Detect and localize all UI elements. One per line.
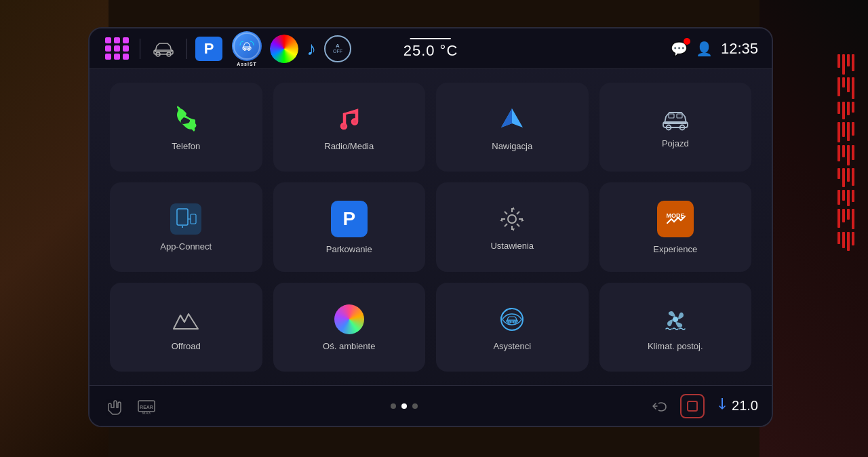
- home-square-button[interactable]: [680, 394, 705, 418]
- divider: [140, 39, 140, 59]
- svg-point-21: [508, 215, 516, 223]
- app-tile-nawigacja[interactable]: Nawigacja: [436, 83, 589, 172]
- top-bar: P AssIST: [90, 28, 772, 69]
- app-connect-label: App-Connect: [160, 241, 212, 252]
- auto-label: A: [336, 43, 340, 49]
- experience-icon: MODE: [657, 201, 694, 237]
- assist-button[interactable]: AssIST: [232, 31, 262, 66]
- nav-svg: [497, 104, 527, 134]
- os-ambiente-icon: [334, 304, 364, 334]
- pojazd-icon: [660, 107, 690, 132]
- auto-off-label: OFF: [333, 49, 342, 54]
- climate-svg: [660, 304, 690, 334]
- parkowanie-icon: P: [331, 201, 368, 237]
- ambient-wheel-icon: [334, 304, 364, 334]
- app-tile-radio-media[interactable]: Radio/Media: [273, 83, 426, 172]
- svg-point-32: [501, 309, 523, 330]
- svg-point-4: [244, 48, 246, 50]
- temp-value: 25.0 °C: [403, 42, 458, 59]
- back-arrow-icon[interactable]: [650, 399, 669, 414]
- bottom-bar: REAR MAX: [90, 385, 772, 426]
- nawigacja-label: Nawigacja: [492, 141, 532, 151]
- hand-gesture-icon: [103, 397, 125, 416]
- svg-rect-19: [191, 214, 196, 224]
- color-wheel-icon: [270, 35, 298, 63]
- home-grid-button[interactable]: [103, 37, 132, 61]
- temp-right-display: 21.0: [715, 397, 758, 416]
- clock-display: 12:35: [721, 40, 758, 58]
- pojazd-label: Pojazd: [662, 138, 689, 148]
- app-tile-os-ambiente[interactable]: Oś. ambiente: [273, 283, 426, 372]
- app-tile-telefon[interactable]: Telefon: [110, 83, 262, 172]
- svg-line-26: [505, 212, 507, 214]
- parking-button[interactable]: P: [195, 37, 222, 61]
- settings-svg: [497, 204, 527, 234]
- phone-svg: [171, 104, 201, 134]
- experience-label: Experience: [653, 244, 697, 254]
- app-tile-experience[interactable]: MODE Experience: [599, 182, 752, 271]
- offroad-svg: [171, 304, 201, 334]
- svg-rect-17: [178, 211, 186, 222]
- car-tile-svg: [660, 107, 690, 132]
- app-tile-asystenci[interactable]: Asystenci: [436, 283, 589, 372]
- temperature-display: 25.0 °C: [403, 38, 458, 60]
- parking-tile-label: P: [342, 208, 355, 230]
- svg-point-5: [248, 48, 250, 50]
- parking-p-label: P: [204, 40, 214, 58]
- ustawienia-label: Ustawienia: [490, 241, 534, 251]
- page-dot-1[interactable]: [391, 403, 396, 409]
- app-tile-ustawienia[interactable]: Ustawienia: [436, 182, 589, 271]
- bottom-right-icons: 21.0: [650, 394, 758, 418]
- app-connect-svg: [174, 207, 197, 231]
- svg-line-29: [505, 224, 507, 226]
- app-connect-icon: [170, 203, 201, 235]
- profile-button[interactable]: 👤: [696, 41, 713, 57]
- telefon-label: Telefon: [172, 141, 200, 151]
- messages-button[interactable]: 💬: [671, 41, 688, 57]
- temp-right-value: 21.0: [732, 398, 758, 414]
- svg-rect-30: [662, 205, 689, 233]
- svg-marker-10: [501, 108, 512, 127]
- music-note-icon: ♪: [307, 38, 316, 60]
- messages-badge: [684, 38, 690, 45]
- page-dot-2[interactable]: [401, 403, 407, 409]
- assist-inner-icon: [238, 37, 256, 55]
- app-tile-offroad[interactable]: Offroad: [110, 283, 262, 372]
- app-tile-app-connect[interactable]: App-Connect: [110, 182, 262, 271]
- asystenci-icon: [497, 304, 527, 334]
- offroad-label: Offroad: [172, 341, 201, 351]
- color-wheel-button[interactable]: [270, 35, 298, 63]
- asystenci-label: Asystenci: [493, 341, 531, 351]
- svg-rect-40: [688, 401, 697, 411]
- svg-rect-8: [345, 113, 357, 114]
- experience-svg: MODE: [660, 204, 690, 234]
- music-note-button[interactable]: ♪: [307, 38, 316, 60]
- page-dot-3[interactable]: [412, 403, 418, 409]
- nav-icons: P AssIST: [103, 31, 351, 66]
- temp-arrow-icon: [715, 397, 729, 416]
- svg-point-7: [351, 119, 358, 125]
- svg-point-6: [340, 123, 347, 130]
- page-indicators: [391, 403, 418, 409]
- svg-rect-14: [669, 114, 674, 118]
- app-tile-klimat-postoj[interactable]: Klimat. postoj.: [599, 283, 752, 372]
- os-ambiente-label: Oś. ambiente: [323, 341, 375, 351]
- nawigacja-icon: [497, 104, 527, 134]
- ustawienia-icon: [497, 204, 527, 234]
- svg-point-36: [673, 317, 678, 322]
- radio-media-icon: [334, 104, 364, 134]
- app-tile-pojazd[interactable]: Pojazd: [599, 83, 752, 172]
- home-square-icon: [686, 400, 698, 412]
- auto-button[interactable]: A OFF: [324, 35, 351, 62]
- keyboard-lights: [773, 54, 854, 325]
- top-right-icons: 💬 👤 12:35: [671, 40, 758, 58]
- background-right: [760, 0, 868, 457]
- parkowanie-label: Parkowanie: [326, 244, 372, 254]
- bottom-left-icons: REAR MAX: [103, 397, 157, 416]
- assist-label: AssIST: [237, 62, 257, 66]
- temp-line: [410, 38, 451, 39]
- music-svg: [334, 104, 364, 134]
- app-tile-parkowanie[interactable]: P Parkowanie: [273, 182, 426, 271]
- car-button[interactable]: [149, 37, 178, 61]
- auto-circle-icon: A OFF: [324, 35, 351, 62]
